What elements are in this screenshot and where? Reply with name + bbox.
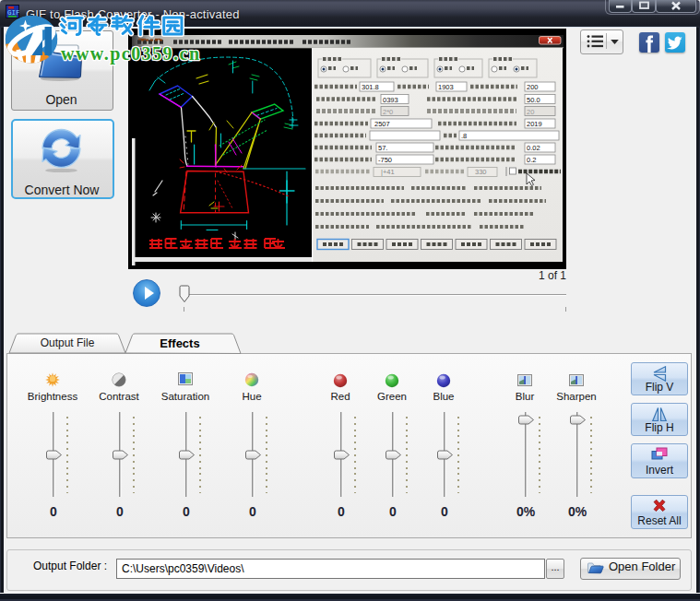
svg-text:20: 20 (527, 108, 534, 116)
svg-text:57.: 57. (378, 144, 387, 152)
svg-text:2507: 2507 (374, 120, 390, 128)
svg-text:2019: 2019 (527, 120, 542, 128)
svg-text:.8: .8 (461, 132, 467, 140)
svg-text:0393: 0393 (383, 96, 398, 104)
svg-text:2*0: 2*0 (383, 108, 393, 116)
svg-text:0.02: 0.02 (527, 144, 540, 152)
svg-text:0.2: 0.2 (527, 156, 536, 164)
svg-text:330: 330 (475, 168, 487, 176)
svg-text:|+41: |+41 (381, 168, 395, 176)
svg-text:301.8: 301.8 (362, 83, 379, 91)
svg-text:-750: -750 (378, 156, 392, 164)
svg-text:200: 200 (527, 83, 539, 91)
svg-text:1903: 1903 (438, 83, 454, 91)
svg-text:50.0: 50.0 (527, 96, 540, 104)
